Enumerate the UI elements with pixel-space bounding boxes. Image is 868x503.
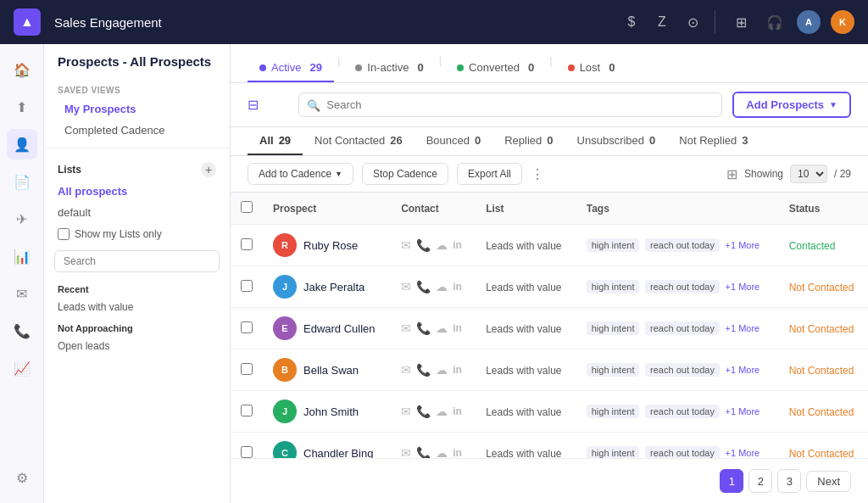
email-contact-icon-5[interactable]: ✉ bbox=[401, 446, 411, 458]
cloud-contact-icon-3[interactable]: ☁ bbox=[436, 363, 448, 377]
add-prospects-button[interactable]: Add Prospects ▼ bbox=[732, 92, 851, 118]
lost-label: Lost bbox=[580, 61, 601, 74]
filter-icon[interactable]: ⊟ bbox=[248, 97, 259, 113]
row-prospect-5: C Chandler Bing bbox=[263, 433, 391, 459]
email-contact-icon-1[interactable]: ✉ bbox=[401, 280, 411, 293]
row-checkbox-4[interactable] bbox=[241, 405, 253, 416]
status-tab-converted[interactable]: Converted 0 bbox=[445, 54, 546, 82]
tag-more-2[interactable]: +1 More bbox=[726, 323, 760, 333]
cloud-contact-icon-0[interactable]: ☁ bbox=[436, 238, 448, 252]
prospect-name-3[interactable]: Bella Swan bbox=[303, 364, 359, 377]
prospect-name-4[interactable]: John Smith bbox=[303, 405, 359, 418]
sidebar-item-my-prospects[interactable]: My Prospects bbox=[51, 98, 223, 120]
sub-tab-replied[interactable]: Replied 0 bbox=[492, 127, 565, 155]
prospect-name-0[interactable]: Ruby Rose bbox=[303, 239, 358, 252]
avatar-k[interactable]: K bbox=[831, 10, 854, 34]
row-checkbox-0[interactable] bbox=[241, 238, 253, 250]
tag-more-1[interactable]: +1 More bbox=[726, 282, 760, 292]
document-icon[interactable]: 📄 bbox=[7, 166, 37, 197]
cloud-contact-icon-5[interactable]: ☁ bbox=[436, 446, 448, 458]
prospect-name-2[interactable]: Edward Cullen bbox=[303, 322, 376, 335]
cloud-contact-icon-1[interactable]: ☁ bbox=[436, 280, 448, 293]
email-contact-icon-2[interactable]: ✉ bbox=[401, 321, 411, 335]
sidebar-search[interactable] bbox=[54, 250, 220, 272]
sidebar-search-input[interactable] bbox=[54, 250, 220, 272]
show-my-lists-toggle[interactable]: Show my Lists only bbox=[44, 223, 230, 245]
toolbar-search-input[interactable] bbox=[298, 92, 722, 117]
header-status: Status bbox=[779, 193, 868, 225]
email-contact-icon-0[interactable]: ✉ bbox=[401, 238, 411, 252]
sub-tab-all[interactable]: All 29 bbox=[248, 127, 303, 155]
sidebar-list-all-prospects[interactable]: All prospects bbox=[44, 181, 230, 202]
phone-contact-icon-3[interactable]: 📞 bbox=[416, 363, 431, 377]
avatar-a[interactable]: A bbox=[797, 10, 821, 34]
row-checkbox-3[interactable] bbox=[241, 363, 253, 375]
sub-tab-unsubscribed[interactable]: Unsubscribed 0 bbox=[565, 127, 668, 155]
upload-icon[interactable]: ⬆ bbox=[7, 92, 37, 122]
grid-view-icon[interactable]: ⊞ bbox=[726, 166, 737, 182]
circle-icon[interactable]: ⊙ bbox=[681, 10, 704, 34]
phone-contact-icon-2[interactable]: 📞 bbox=[416, 321, 431, 335]
email-contact-icon-4[interactable]: ✉ bbox=[401, 405, 411, 418]
export-all-button[interactable]: Export All bbox=[457, 163, 522, 185]
phone-contact-icon-1[interactable]: 📞 bbox=[416, 280, 431, 293]
status-tab-active[interactable]: Active 29 bbox=[248, 54, 334, 82]
sub-tab-not-contacted[interactable]: Not Contacted 26 bbox=[303, 127, 415, 155]
more-options-icon[interactable]: ⋮ bbox=[531, 166, 544, 182]
phone-contact-icon-4[interactable]: 📞 bbox=[416, 405, 431, 418]
sidebar-open-leads[interactable]: Open leads bbox=[44, 337, 230, 355]
row-checkbox-5[interactable] bbox=[241, 446, 253, 458]
select-all-checkbox[interactable] bbox=[241, 201, 253, 213]
analytics-icon[interactable]: 📈 bbox=[7, 353, 37, 383]
sub-tab-not-replied[interactable]: Not Replied 3 bbox=[667, 127, 760, 155]
prospect-name-1[interactable]: Jake Peralta bbox=[303, 281, 364, 293]
stop-cadence-button[interactable]: Stop Cadence bbox=[362, 163, 448, 185]
tag-more-3[interactable]: +1 More bbox=[726, 365, 760, 375]
tag-more-4[interactable]: +1 More bbox=[726, 406, 760, 416]
chart-icon[interactable]: 📊 bbox=[7, 241, 37, 271]
linkedin-contact-icon-3[interactable]: in bbox=[453, 364, 462, 376]
sidebar-recent-leads[interactable]: Leads with value bbox=[44, 298, 230, 316]
prospect-name-5[interactable]: Chandler Bing bbox=[303, 447, 373, 459]
cloud-contact-icon-2[interactable]: ☁ bbox=[436, 321, 448, 335]
status-tab-lost[interactable]: Lost 0 bbox=[556, 54, 627, 82]
row-checkbox-1[interactable] bbox=[241, 280, 253, 292]
linkedin-contact-icon-2[interactable]: in bbox=[453, 322, 462, 334]
user-icon[interactable]: Z bbox=[650, 10, 674, 34]
page-button-1[interactable]: 1 bbox=[720, 469, 743, 493]
dollar-icon[interactable]: $ bbox=[620, 10, 643, 34]
app-logo[interactable]: ▲ bbox=[14, 8, 41, 36]
send-icon[interactable]: ✈ bbox=[7, 204, 37, 234]
grid-nav-icon[interactable]: ⊞ bbox=[729, 10, 753, 34]
row-checkbox-2[interactable] bbox=[241, 321, 253, 333]
add-to-cadence-button[interactable]: Add to Cadence ▼ bbox=[248, 163, 353, 185]
cloud-contact-icon-4[interactable]: ☁ bbox=[436, 405, 448, 418]
tag-more-5[interactable]: +1 More bbox=[726, 448, 760, 458]
email-icon[interactable]: ✉ bbox=[7, 278, 37, 309]
phone-contact-icon-5[interactable]: 📞 bbox=[416, 446, 431, 458]
linkedin-contact-icon-5[interactable]: in bbox=[453, 447, 462, 458]
linkedin-contact-icon-4[interactable]: in bbox=[453, 405, 462, 417]
phone-icon[interactable]: 📞 bbox=[7, 316, 37, 346]
home-icon[interactable]: 🏠 bbox=[7, 54, 37, 85]
sidebar-item-completed-cadence[interactable]: Completed Cadence bbox=[51, 120, 223, 141]
email-contact-icon-3[interactable]: ✉ bbox=[401, 363, 411, 377]
page-button-2[interactable]: 2 bbox=[748, 469, 772, 493]
status-tab-inactive[interactable]: In-active 0 bbox=[343, 54, 435, 82]
people-icon[interactable]: 👤 bbox=[7, 129, 37, 159]
phone-contact-icon-0[interactable]: 📞 bbox=[416, 238, 431, 252]
sidebar-list-default[interactable]: default bbox=[44, 202, 230, 223]
add-list-button[interactable]: + bbox=[201, 162, 216, 177]
show-my-lists-checkbox[interactable] bbox=[58, 228, 70, 240]
settings-icon[interactable]: ⚙ bbox=[7, 462, 37, 493]
sub-tab-bounced[interactable]: Bounced 0 bbox=[415, 127, 493, 155]
headset-icon[interactable]: 🎧 bbox=[763, 10, 787, 34]
page-next-button[interactable]: Next bbox=[806, 471, 851, 492]
showing-select[interactable]: 10 25 50 bbox=[790, 165, 827, 183]
page-button-3[interactable]: 3 bbox=[777, 469, 801, 493]
linkedin-contact-icon-1[interactable]: in bbox=[453, 281, 462, 293]
list-badge-1: Leads with value bbox=[486, 282, 561, 293]
linkedin-contact-icon-0[interactable]: in bbox=[453, 239, 462, 251]
tag-more-0[interactable]: +1 More bbox=[726, 240, 760, 250]
status-badge-1: Not Contacted bbox=[789, 282, 854, 293]
